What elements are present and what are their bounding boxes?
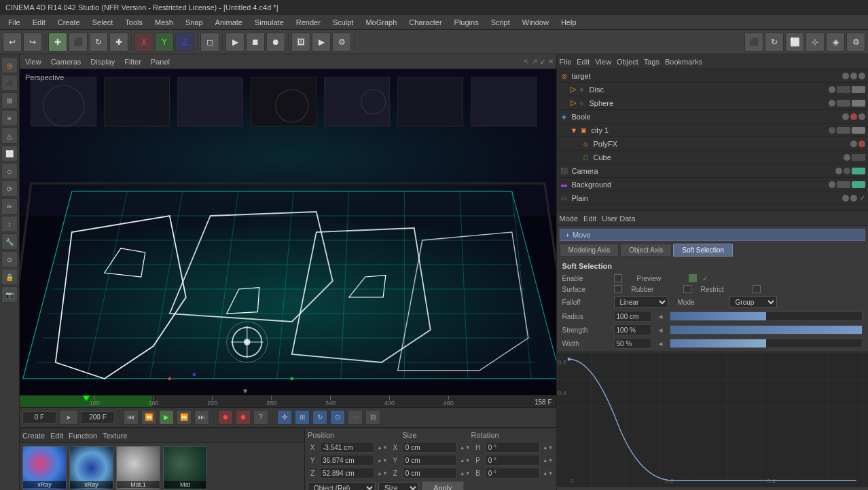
am-width-arrow[interactable]: ◄ xyxy=(657,340,664,347)
om-row-camera[interactable]: ⬛ Camera xyxy=(557,164,868,178)
menu-character[interactable]: Character xyxy=(403,17,447,28)
object-mode-btn[interactable]: ◻ xyxy=(200,33,219,52)
menu-window[interactable]: Window xyxy=(517,17,554,28)
x-pos-arrow[interactable]: ▲▼ xyxy=(377,445,388,451)
mat-menu-create[interactable]: Create xyxy=(22,432,45,440)
y-size-input[interactable] xyxy=(403,455,457,466)
menu-render[interactable]: Render xyxy=(291,17,326,28)
tl-go-end-btn[interactable]: ⏭ xyxy=(194,410,209,425)
om-row-plain[interactable]: ▭ Plain ✓ xyxy=(557,191,868,205)
am-strength-input[interactable] xyxy=(614,324,651,335)
menu-mesh[interactable]: Mesh xyxy=(149,17,179,28)
menu-mograph[interactable]: MoGraph xyxy=(360,17,402,28)
select-tool-btn[interactable]: ⊹ xyxy=(806,33,825,52)
vp-menu-display[interactable]: Display xyxy=(88,58,117,66)
om-menu-file[interactable]: File xyxy=(560,58,572,66)
om-menu-bookmarks[interactable]: Bookmarks xyxy=(665,58,702,66)
menu-file[interactable]: File xyxy=(3,17,26,28)
z-size-input[interactable] xyxy=(403,468,457,478)
stop-btn[interactable]: ⏹ xyxy=(246,33,265,52)
z-pos-arrow[interactable]: ▲▼ xyxy=(377,470,388,476)
undo-btn[interactable]: ↩ xyxy=(3,33,22,52)
om-row-boole[interactable]: ◈ Boole xyxy=(557,110,868,124)
menu-help[interactable]: Help xyxy=(556,17,582,28)
om-menu-edit[interactable]: Edit xyxy=(577,58,590,66)
vp-icon-4[interactable]: ✕ xyxy=(548,58,554,65)
b-rot-input[interactable] xyxy=(486,468,540,478)
am-enable-checkbox[interactable] xyxy=(614,274,622,282)
redo-btn[interactable]: ↪ xyxy=(23,33,42,52)
play-btn[interactable]: ▶ xyxy=(225,33,245,52)
am-tab-modeling-axis[interactable]: Modeling Axis xyxy=(560,244,619,257)
left-tool-2[interactable]: ⬛ xyxy=(1,75,18,91)
left-tool-11[interactable]: 🔧 xyxy=(1,233,18,250)
am-preview-checkbox[interactable] xyxy=(689,274,697,282)
mat-menu-texture[interactable]: Texture xyxy=(103,432,127,440)
tl-go-start-btn[interactable]: ⏮ xyxy=(124,410,139,425)
am-width-slider[interactable] xyxy=(670,339,863,348)
y-pos-input[interactable] xyxy=(320,455,374,466)
menu-script[interactable]: Script xyxy=(486,17,516,28)
mat-menu-function[interactable]: Function xyxy=(69,432,97,440)
om-row-city1[interactable]: ▼ ▣ city 1 xyxy=(557,124,868,137)
record-btn[interactable]: ⏺ xyxy=(266,33,285,52)
new-obj-btn[interactable]: ✚ xyxy=(48,33,67,52)
am-tab-soft-selection[interactable]: Soft Selection xyxy=(673,244,733,257)
vp-menu-panel[interactable]: Panel xyxy=(148,58,173,66)
rotate-btn[interactable]: ↻ xyxy=(89,33,108,52)
material-mat1[interactable]: Mat.1 xyxy=(116,446,160,490)
om-row-background[interactable]: ▬ Background xyxy=(557,178,868,191)
om-menu-object[interactable]: Object xyxy=(617,58,638,66)
mat-menu-edit[interactable]: Edit xyxy=(50,432,63,440)
om-row-sphere[interactable]: ▷ ○ Sphere xyxy=(557,96,868,110)
coord-display-select[interactable]: Size Scale xyxy=(378,482,419,490)
am-falloff-select[interactable]: Linear Smooth Sharp xyxy=(614,296,668,308)
vp-icon-1[interactable]: ↖ xyxy=(524,58,529,65)
vp-icon-2[interactable]: ↗ xyxy=(532,58,537,65)
poly-tool-btn[interactable]: ◈ xyxy=(826,33,845,52)
tl-move-key-btn[interactable]: ✜ xyxy=(277,410,292,425)
magnet-tool-btn[interactable]: ⚙ xyxy=(846,33,865,52)
material-xray-1[interactable]: xRay xyxy=(22,446,67,490)
om-menu-tags[interactable]: Tags xyxy=(644,58,659,66)
menu-edit[interactable]: Edit xyxy=(27,17,51,28)
left-tool-7[interactable]: ◇ xyxy=(1,163,18,179)
am-menu-edit[interactable]: Edit xyxy=(583,214,596,223)
vp-menu-view[interactable]: View xyxy=(22,58,44,66)
menu-sculpt[interactable]: Sculpt xyxy=(327,17,359,28)
am-menu-mode[interactable]: Mode xyxy=(560,214,579,223)
tl-help-btn[interactable]: ? xyxy=(253,410,268,425)
tl-extra-btn[interactable]: ⊟ xyxy=(365,410,380,425)
x-pos-input[interactable] xyxy=(320,442,374,453)
y-pos-arrow[interactable]: ▲▼ xyxy=(377,457,388,464)
left-tool-13[interactable]: 🔒 xyxy=(1,269,18,285)
start-frame-input[interactable] xyxy=(22,411,56,423)
menu-animate[interactable]: Animate xyxy=(210,17,248,28)
left-tool-9[interactable]: ✏ xyxy=(1,198,18,214)
h-rot-input[interactable] xyxy=(486,442,540,453)
tl-more-btn[interactable]: ⋯ xyxy=(348,410,363,425)
om-row-target[interactable]: ◎ target xyxy=(557,69,868,83)
x-size-arrow[interactable]: ▲▼ xyxy=(460,445,471,451)
am-tab-object-axis[interactable]: Object Axis xyxy=(620,244,672,257)
am-radius-input[interactable] xyxy=(614,311,651,322)
h-rot-arrow[interactable]: ▲▼ xyxy=(543,445,554,451)
p-rot-arrow[interactable]: ▲▼ xyxy=(543,457,554,464)
x-size-input[interactable] xyxy=(403,442,457,453)
menu-create[interactable]: Create xyxy=(52,17,86,28)
material-mat[interactable]: Mat xyxy=(163,446,207,490)
tl-next-btn[interactable]: ⏩ xyxy=(177,410,192,425)
om-row-polyfx[interactable]: ◇ PolyFX xyxy=(557,137,868,151)
coord-system-select[interactable]: Object (Rel) World xyxy=(308,482,376,490)
menu-select[interactable]: Select xyxy=(87,17,119,28)
translate-tool-btn[interactable]: ⬛ xyxy=(744,33,763,52)
vp-icon-3[interactable]: ↙ xyxy=(540,58,545,65)
am-move-button[interactable]: + Move xyxy=(560,229,865,241)
left-tool-3[interactable]: ⊞ xyxy=(1,92,18,109)
scale-tool-btn[interactable]: ⬜ xyxy=(785,33,804,52)
om-row-cube[interactable]: □ Cube xyxy=(557,151,868,164)
om-menu-view[interactable]: View xyxy=(595,58,611,66)
z-axis-btn[interactable]: Z xyxy=(175,33,194,52)
b-rot-arrow[interactable]: ▲▼ xyxy=(543,470,554,476)
end-frame-input[interactable] xyxy=(81,411,115,423)
